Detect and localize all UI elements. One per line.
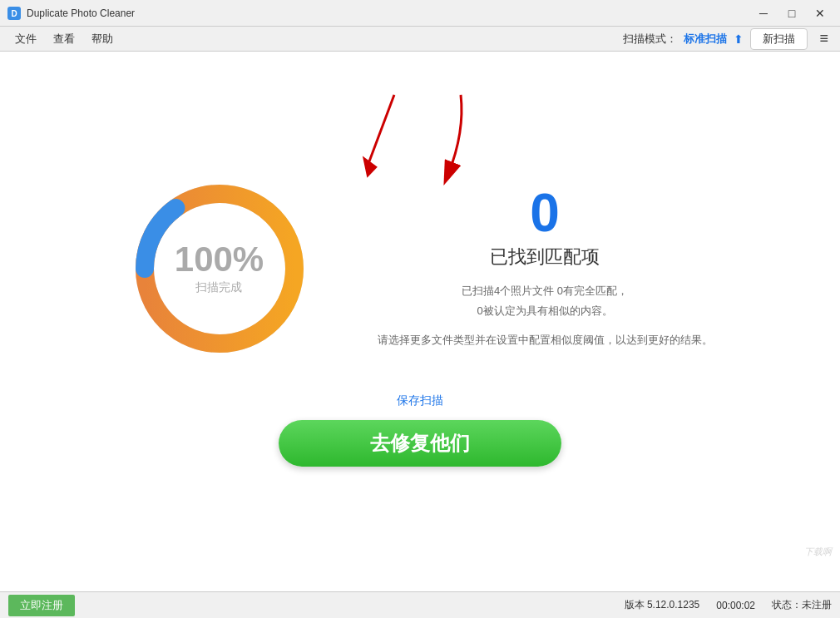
scan-mode-arrow-icon: ⬆ [734,32,744,46]
app-title: Duplicate Photo Cleaner [27,7,750,19]
menu-help[interactable]: 帮助 [83,28,121,50]
match-count: 0 [530,186,560,240]
progress-circle: 100% 扫描完成 [128,177,311,360]
status-label: 状态：未注册 [772,598,832,612]
red-arrow-icon [344,87,411,190]
main-content: 100% 扫描完成 [0,52,840,591]
watermark: 下载啊 [804,546,832,558]
arrow-container [419,91,477,202]
hamburger-menu-button[interactable]: ≡ [814,28,833,49]
scan-complete-label: 扫描完成 [175,280,264,295]
title-bar: D Duplicate Photo Cleaner ─ □ ✕ [0,0,840,27]
fix-button[interactable]: 去修复他们 [279,420,561,467]
scan-mode-value: 标准扫描 [684,32,727,47]
register-button[interactable]: 立即注册 [8,595,75,616]
results-area: 100% 扫描完成 [128,177,713,360]
scan-mode-label: 扫描模式： [623,32,677,47]
match-detail: 已扫描4个照片文件 0有完全匹配， 0被认定为具有相似的内容。 [462,281,628,320]
status-bar: 立即注册 版本 5.12.0.1235 00:00:02 状态：未注册 [0,591,840,618]
close-button[interactable]: ✕ [807,4,833,22]
minimize-button[interactable]: ─ [750,4,777,22]
menu-file[interactable]: 文件 [7,28,45,50]
svg-line-6 [369,95,394,161]
save-scan-link[interactable]: 保存扫描 [397,393,443,408]
app-icon: D [7,6,22,21]
match-label: 已找到匹配项 [490,245,600,269]
window-controls: ─ □ ✕ [750,4,833,22]
time-label: 00:00:02 [716,600,755,611]
new-scan-button[interactable]: 新扫描 [750,28,808,50]
circle-inner: 100% 扫描完成 [175,242,264,295]
scan-percent: 100% [175,242,264,277]
menu-view[interactable]: 查看 [45,28,83,50]
version-label: 版本 5.12.0.1235 [625,598,700,612]
right-info-panel: 0 已找到匹配项 已扫描4个照片文件 0有完全匹配， 0被认定为具有相似的内容。… [378,186,713,349]
maximize-button[interactable]: □ [778,4,805,22]
toolbar-right: 扫描模式： 标准扫描 ⬆ 新扫描 ≡ [623,28,833,50]
menu-bar: 文件 查看 帮助 扫描模式： 标准扫描 ⬆ 新扫描 ≡ [0,27,840,52]
match-hint: 请选择更多文件类型并在设置中配置相似度阈值，以达到更好的结果。 [378,330,713,349]
svg-text:D: D [11,9,17,18]
